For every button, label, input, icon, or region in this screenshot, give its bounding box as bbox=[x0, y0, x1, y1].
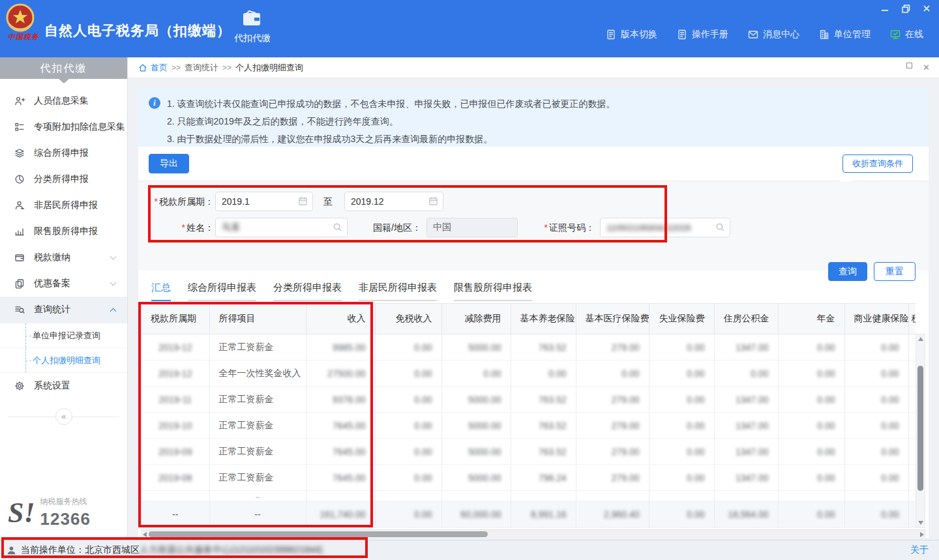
sidebar-item-人员信息采集[interactable]: 人员信息采集 bbox=[0, 88, 127, 114]
vertical-scrollbar[interactable] bbox=[916, 334, 925, 528]
notice-line: 2. 只能查询2019年及之后的数据，不能进行跨年度查询。 bbox=[167, 113, 616, 130]
sidebar-item-非居民所得申报[interactable]: 非居民所得申报 bbox=[0, 192, 127, 218]
cell-clipped bbox=[908, 439, 916, 465]
summary-period: -- bbox=[142, 501, 209, 528]
cell-clipped bbox=[908, 465, 916, 491]
cell-amount: 763.52 bbox=[511, 413, 576, 439]
cell-income-item: 全年一次性奖金收入 bbox=[209, 361, 306, 387]
cell-amount: 7645.00 bbox=[306, 465, 375, 491]
sidebar-item-税款缴纳[interactable]: 税款缴纳 bbox=[0, 244, 127, 271]
reset-button[interactable]: 重置 bbox=[874, 262, 916, 281]
cell-amount: 0.00 bbox=[778, 413, 844, 439]
sidebar-item-优惠备案[interactable]: 优惠备案 bbox=[0, 271, 127, 297]
document-icon bbox=[677, 29, 687, 40]
scroll-down-arrow[interactable] bbox=[918, 521, 923, 525]
sidebar-item-综合所得申报[interactable]: 综合所得申报 bbox=[0, 140, 127, 166]
window-controls bbox=[879, 3, 932, 14]
top-menu-item-消息中心[interactable]: 消息中心 bbox=[748, 29, 799, 40]
table-row[interactable]: 2019-10正常工资薪金7645.000.005000.00763.52279… bbox=[142, 413, 916, 439]
search-icon[interactable] bbox=[715, 222, 726, 233]
sidebar-item-查询统计[interactable]: 查询统计 bbox=[0, 297, 127, 323]
restore-button[interactable] bbox=[900, 3, 912, 14]
search-icon[interactable] bbox=[333, 222, 343, 233]
top-menu-item-操作手册[interactable]: 操作手册 bbox=[677, 29, 728, 40]
name-input[interactable]: 马某 bbox=[215, 218, 348, 237]
sidebar-item-限售股所得申报[interactable]: 限售股所得申报 bbox=[0, 218, 127, 244]
panel-maximize-icon[interactable] bbox=[906, 63, 912, 68]
column-header-失业保险费: 失业保险费 bbox=[649, 304, 714, 334]
vertical-scroll-thumb[interactable] bbox=[917, 366, 923, 491]
search-list-icon bbox=[14, 304, 25, 316]
cell-amount: 9378.00 bbox=[306, 387, 375, 413]
minimize-button[interactable] bbox=[879, 3, 891, 14]
sidebar-item-分类所得申报[interactable]: 分类所得申报 bbox=[0, 166, 127, 192]
horizontal-scrollbar[interactable] bbox=[141, 529, 926, 538]
table-row[interactable]: 2019-11正常工资薪金9378.000.005000.00763.52279… bbox=[142, 387, 916, 413]
hotline-block: S! 纳税服务热线 12366 bbox=[8, 496, 91, 529]
cell-income-item: 正常工资薪金 bbox=[209, 465, 306, 491]
summary-amount: 0.00 bbox=[844, 501, 908, 528]
nationality-value: 中国 bbox=[433, 222, 451, 233]
query-form: *税款所属期： 2019.1 至 2019.12 *姓名： bbox=[138, 181, 929, 271]
table-row[interactable]: 2019-12全年一次性奖金收入27500.000.000.000.000.00… bbox=[142, 361, 916, 387]
column-header-年金: 年金 bbox=[778, 304, 844, 334]
column-header-所得项目: 所得项目 bbox=[209, 304, 306, 334]
cell-income-item: 正常工资薪金 bbox=[209, 439, 306, 465]
sidebar-collapse-row: « bbox=[0, 408, 127, 425]
table-row[interactable]: 2019-09正常工资薪金7645.000.005000.00763.52279… bbox=[142, 439, 916, 465]
sidebar-item-系统设置[interactable]: 系统设置 bbox=[0, 373, 127, 399]
summary-amount: 18,564.00 bbox=[714, 501, 778, 528]
tab-综合所得申报表[interactable]: 综合所得申报表 bbox=[188, 282, 256, 301]
about-link[interactable]: 关于 bbox=[910, 544, 929, 556]
cell-amount: 0.00 bbox=[375, 439, 441, 465]
cell-amount: 7645.00 bbox=[306, 439, 375, 465]
tab-非居民所得申报表[interactable]: 非居民所得申报表 bbox=[359, 282, 437, 301]
close-button[interactable] bbox=[921, 3, 932, 14]
logo-caption: 中国税务 bbox=[5, 32, 42, 42]
top-menu-item-在线[interactable]: 在线 bbox=[890, 29, 923, 40]
table-row[interactable]: 2019-12正常工资薪金9985.000.005000.00763.52279… bbox=[142, 334, 916, 361]
column-header-商业健康保险: 商业健康保险 bbox=[844, 304, 908, 334]
id-number-input[interactable]: 110502199304222029 bbox=[600, 218, 730, 237]
column-header-基本养老保险费: 基本养老保险费 bbox=[511, 304, 576, 334]
cell-clipped bbox=[306, 491, 375, 501]
calendar-icon[interactable] bbox=[428, 196, 439, 207]
query-button[interactable]: 查询 bbox=[828, 262, 867, 281]
panel-close-icon[interactable]: ✕ bbox=[923, 63, 930, 72]
scroll-left-arrow[interactable] bbox=[143, 532, 147, 537]
cell-amount: 0.00 bbox=[844, 361, 908, 387]
cell-clipped bbox=[908, 361, 916, 387]
cell-amount: 0.00 bbox=[375, 387, 441, 413]
period-to-input[interactable]: 2019.12 bbox=[344, 192, 443, 211]
emblem-icon bbox=[5, 3, 35, 33]
sidebar-item-专项附加扣除信息采集[interactable]: 专项附加扣除信息采集 bbox=[0, 114, 127, 140]
cell-period: 2019-08 bbox=[142, 465, 209, 491]
copy-icon bbox=[14, 278, 25, 289]
cell-clipped bbox=[375, 491, 441, 501]
export-button[interactable]: 导出 bbox=[149, 154, 189, 173]
tab-限售股所得申报表[interactable]: 限售股所得申报表 bbox=[454, 282, 532, 301]
titlebar: 中国税务 自然人电子税务局（扣缴端） 代扣代缴 版本切换操作手册消息中心单位管理… bbox=[0, 0, 939, 57]
summary-item: -- bbox=[209, 501, 306, 528]
scroll-right-arrow[interactable] bbox=[920, 532, 924, 537]
horizontal-scroll-thumb[interactable] bbox=[149, 531, 488, 537]
cell-amount: 1347.00 bbox=[714, 413, 778, 439]
period-from-input[interactable]: 2019.1 bbox=[215, 192, 313, 211]
breadcrumb-home[interactable]: 首页 bbox=[138, 62, 168, 74]
column-header-基本医疗保险费: 基本医疗保险费 bbox=[576, 304, 649, 334]
notice-line: 3. 由于数据处理的滞后性，建议您在申报成功3天之后再来查询最新的申报数据。 bbox=[167, 130, 616, 148]
collapse-query-button[interactable]: 收折查询条件 bbox=[842, 155, 913, 173]
scroll-up-arrow[interactable] bbox=[918, 337, 923, 341]
top-menu-item-单位管理[interactable]: 单位管理 bbox=[819, 29, 871, 40]
tab-分类所得申报表[interactable]: 分类所得申报表 bbox=[273, 282, 342, 301]
sidebar-subitem-单位申报记录查询[interactable]: 单位申报记录查询 bbox=[0, 323, 127, 348]
sidebar-subitem-个人扣缴明细查询[interactable]: 个人扣缴明细查询 bbox=[0, 348, 127, 373]
bar-chart-icon bbox=[14, 226, 25, 237]
tab-daikou-daijiao[interactable]: 代扣代缴 bbox=[227, 9, 278, 52]
tab-汇总[interactable]: 汇总 bbox=[151, 282, 171, 301]
top-menu-item-版本切换[interactable]: 版本切换 bbox=[606, 29, 657, 40]
table-row-clipped: .. bbox=[142, 491, 916, 501]
table-row[interactable]: 2019-08正常工资薪金7645.000.005000.00798.24279… bbox=[142, 465, 916, 491]
sidebar-collapse-button[interactable]: « bbox=[55, 408, 72, 425]
calendar-icon[interactable] bbox=[298, 196, 308, 207]
